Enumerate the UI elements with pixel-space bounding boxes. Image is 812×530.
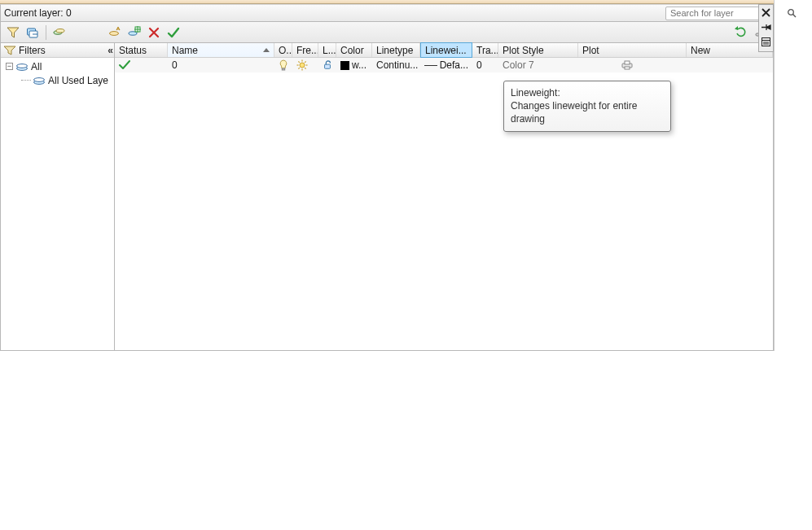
cell-name[interactable]: 0 — [168, 59, 274, 71]
sort-ascending-icon — [263, 48, 270, 52]
expand-toggle[interactable]: − — [6, 63, 13, 70]
filter-icon — [4, 46, 15, 55]
layer-filter-icon[interactable] — [4, 24, 22, 42]
pin-icon[interactable] — [760, 21, 772, 33]
svg-rect-15 — [282, 68, 284, 70]
lightbulb-icon — [279, 59, 288, 71]
tree-child-used[interactable]: All Used Laye — [1, 73, 114, 87]
column-header-row: Status Name O.. Fre... L... Color Linety… — [115, 43, 773, 58]
search-icon — [787, 8, 797, 18]
filter-header[interactable]: Filters « — [1, 43, 114, 58]
svg-point-6 — [110, 31, 119, 35]
tree-root-all[interactable]: − All — [1, 59, 114, 73]
cell-freeze[interactable] — [292, 59, 318, 71]
col-name-label: Name — [172, 45, 198, 56]
cell-plotstyle[interactable]: Color 7 — [498, 59, 578, 71]
header-bar: Current layer: 0 — [0, 4, 774, 22]
layer-manager: Current layer: 0 — [0, 0, 775, 351]
col-freeze[interactable]: Fre... — [292, 43, 318, 57]
svg-rect-28 — [625, 67, 630, 69]
svg-rect-27 — [625, 61, 630, 64]
tree-connector — [21, 80, 31, 81]
new-layer-vp-icon[interactable] — [125, 24, 143, 42]
col-lock[interactable]: L... — [318, 43, 336, 57]
svg-point-12 — [17, 64, 28, 68]
current-layer-label: Current layer: 0 — [4, 7, 72, 19]
toolbar-separator — [46, 25, 46, 40]
lineweight-label: Defa... — [440, 59, 468, 71]
cell-lock[interactable] — [318, 59, 336, 71]
col-lineweight[interactable]: Linewei... — [420, 42, 472, 58]
cell-plot[interactable] — [578, 60, 687, 70]
layers-icon — [33, 76, 46, 85]
filter-title: Filters — [19, 45, 46, 56]
cell-transparency[interactable]: 0 — [472, 59, 498, 71]
palette-sidebar — [758, 4, 774, 52]
svg-line-22 — [305, 68, 305, 68]
properties-icon[interactable] — [760, 36, 772, 48]
lineweight-sample — [424, 65, 437, 66]
filter-tree: − All All Used Laye — [1, 58, 114, 89]
svg-line-24 — [298, 68, 299, 68]
svg-line-1 — [793, 15, 796, 17]
layer-states-icon[interactable] — [24, 24, 42, 42]
unlock-icon — [323, 59, 332, 71]
cell-status[interactable] — [115, 60, 168, 70]
col-plot[interactable]: Plot — [578, 43, 687, 57]
collapse-icon[interactable]: « — [108, 45, 111, 56]
cell-lineweight[interactable]: Defa... — [420, 59, 472, 71]
svg-line-21 — [298, 61, 299, 62]
tree-label: All Used Laye — [48, 75, 108, 86]
new-layer-icon[interactable] — [106, 24, 124, 42]
col-linetype[interactable]: Linetype — [372, 43, 420, 57]
filter-panel: Filters « − All All Used Laye — [1, 43, 115, 350]
svg-point-16 — [300, 63, 305, 68]
set-current-icon[interactable] — [165, 24, 182, 42]
cell-color[interactable]: w... — [336, 59, 372, 71]
col-color[interactable]: Color — [336, 43, 372, 57]
search-box[interactable] — [665, 7, 770, 20]
svg-point-0 — [788, 10, 794, 15]
tree-label: All — [31, 61, 42, 72]
col-name[interactable]: Name — [168, 43, 274, 57]
printer-icon — [621, 60, 633, 70]
cell-on[interactable] — [274, 59, 292, 71]
tooltip: Lineweight: Changes lineweight for entir… — [503, 81, 671, 132]
layer-row-0[interactable]: 0 w... Continu... — [115, 58, 773, 72]
col-status[interactable]: Status — [115, 43, 168, 57]
tooltip-body: Changes lineweight for entire drawing — [511, 99, 664, 125]
layer-rows: 0 w... Continu... — [115, 58, 773, 350]
close-icon[interactable] — [760, 7, 772, 19]
delete-layer-icon[interactable] — [145, 24, 163, 42]
cell-linetype[interactable]: Continu... — [372, 59, 420, 71]
svg-point-5 — [56, 28, 64, 32]
col-on[interactable]: O.. — [274, 43, 292, 57]
col-plotstyle[interactable]: Plot Style — [498, 43, 578, 57]
refresh-icon[interactable] — [732, 24, 750, 42]
check-icon — [119, 60, 130, 70]
col-transparency[interactable]: Tra... — [472, 43, 498, 57]
sun-icon — [296, 59, 308, 71]
tooltip-title: Lineweight: — [511, 86, 664, 99]
svg-line-23 — [305, 61, 305, 62]
layer-table: Status Name O.. Fre... L... Color Linety… — [115, 43, 773, 350]
svg-rect-25 — [325, 64, 331, 68]
color-swatch — [340, 61, 349, 70]
layer-isolate-icon[interactable] — [50, 24, 68, 42]
color-label: w... — [352, 59, 366, 71]
layers-icon — [15, 62, 29, 72]
svg-point-14 — [34, 77, 45, 81]
toolbar — [0, 22, 774, 43]
